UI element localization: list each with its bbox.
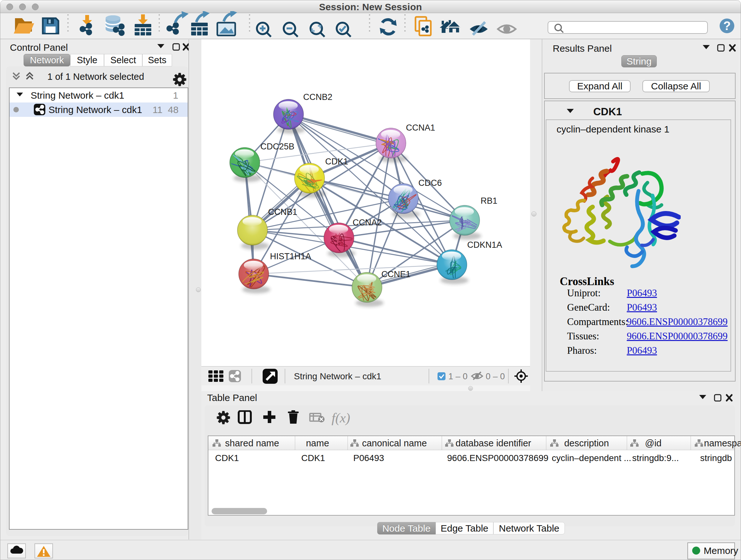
svg-text:CCNB2: CCNB2 [303,92,333,102]
svg-text:0 – 0: 0 – 0 [486,372,505,381]
svg-text:CCNE1: CCNE1 [381,269,411,279]
svg-text:CCNB1: CCNB1 [268,207,297,217]
svg-text:CDC25B: CDC25B [260,142,294,151]
svg-text:CDKN1A: CDKN1A [467,240,502,250]
svg-text:CDC6: CDC6 [418,178,442,188]
svg-text:CCNA1: CCNA1 [406,123,435,132]
svg-text:CDK1: CDK1 [325,157,348,166]
svg-text:1 – 0: 1 – 0 [448,372,468,381]
svg-text:f(x): f(x) [332,411,350,426]
svg-text:RB1: RB1 [481,196,497,206]
svg-text:String Network – cdk1: String Network – cdk1 [294,371,381,381]
svg-text:?: ? [723,19,731,33]
svg-text:HIST1H1A: HIST1H1A [270,252,311,261]
svg-text:CCNA2: CCNA2 [353,218,382,227]
